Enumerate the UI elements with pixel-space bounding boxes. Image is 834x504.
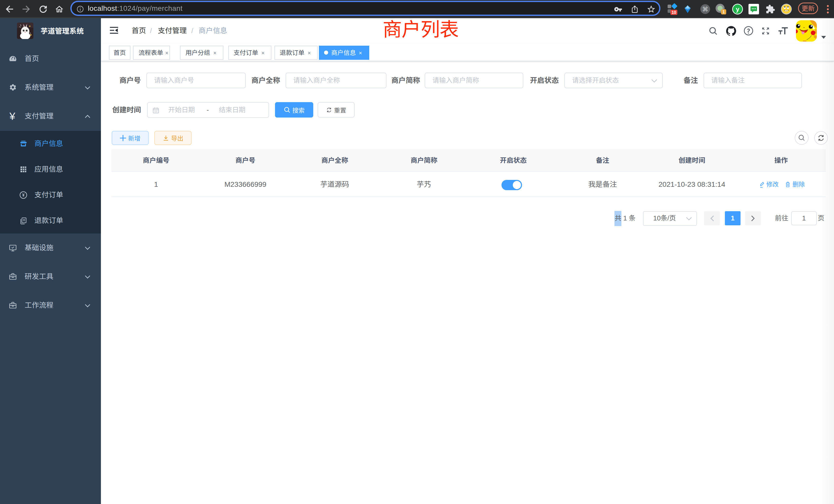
svg-text:10: 10 [672,10,676,14]
svg-text:¥: ¥ [22,193,24,197]
svg-text:y: y [736,6,739,13]
svg-text:1: 1 [723,9,725,14]
svg-text:⌘: ⌘ [702,6,708,13]
